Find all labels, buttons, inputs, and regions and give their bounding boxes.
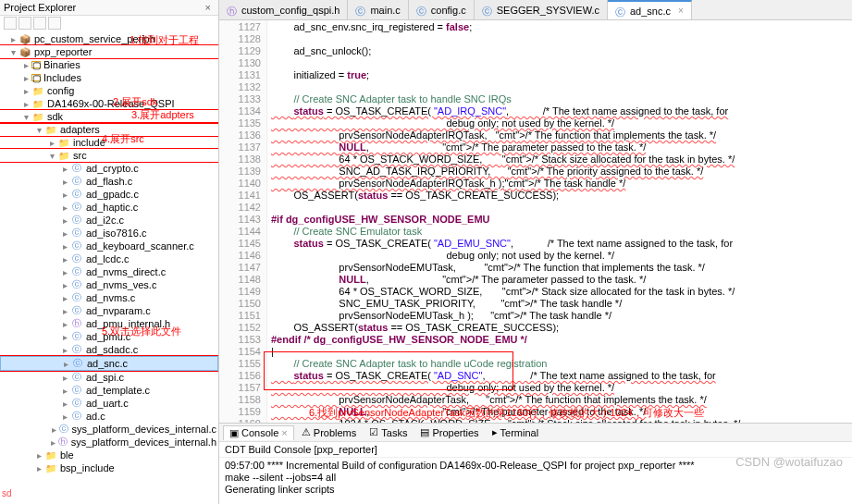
code-line-1150[interactable]: SNC_EMU_TASK_PRIORITY, "cmt">/* The task… [271,298,848,310]
expand-icon[interactable]: ▸ [59,177,70,187]
code-line-1135[interactable]: debug only; not used by the kernel. */ [271,117,848,129]
tree-item-ad_template-c[interactable]: ▸ⓒad_template.c [0,384,218,397]
expand-icon[interactable]: ▸ [20,60,31,70]
close-icon[interactable]: × [678,6,684,16]
expand-icon[interactable]: ▸ [59,241,70,252]
expand-icon[interactable]: ▸ [59,215,70,226]
tree-item-ad-c[interactable]: ▸ⓒad.c [0,410,218,423]
tree-item-sys_platform_devices_internal-h[interactable]: ▸ⓗsys_platform_devices_internal.h [0,436,218,449]
code-line-1138[interactable]: 64 * OS_STACK_WORD_SIZE, "cmt">/* Stack … [271,154,848,166]
expand-icon[interactable]: ▸ [59,412,70,422]
collapse-icon[interactable] [4,17,17,30]
code-line-1147[interactable]: prvSensorNodeEMUTask, "cmt">/* The funct… [271,262,848,274]
tree-item-sys_platform_devices_internal-c[interactable]: ▸ⓒsys_platform_devices_internal.c [0,423,218,436]
editor-tabs[interactable]: ⓗcustom_config_qspi.hⓒmain.cⓒconfig.cⓒSE… [219,0,852,20]
tree-item-pxp_reporter[interactable]: ▾📦pxp_reporter [0,45,218,58]
code-line-1151[interactable]: prvSensorNodeEMUTask_h ); "cmt">/* The t… [271,310,848,322]
code-line-1142[interactable] [271,202,848,214]
tree-item-ad_gpadc-c[interactable]: ▸ⓒad_gpadc.c [0,188,218,201]
tree-item-ble[interactable]: ▸📁ble [0,449,218,461]
code-line-1146[interactable]: debug only; not used by the kernel. */ [271,250,848,262]
tree-item-ad_sdadc-c[interactable]: ▸ⓒad_sdadc.c [0,343,218,356]
expand-icon[interactable]: ▸ [46,138,57,148]
bottom-tab-console[interactable]: ▣Console × [223,425,294,440]
code-line-1143[interactable]: #if dg_configUSE_HW_SENSOR_NODE_EMU [271,214,848,226]
code-line-1141[interactable]: OS_ASSERT(status == OS_TASK_CREATE_SUCCE… [271,190,848,202]
expand-icon[interactable]: ▾ [20,112,31,122]
code-line-1153[interactable]: #endif /* dg_configUSE_HW_SENSOR_NODE_EM… [271,334,848,346]
tree-item-ad_i2c-c[interactable]: ▸ⓒad_i2c.c [0,214,218,227]
bottom-tabs[interactable]: ▣Console ×⚠Problems☑Tasks▤Properties▸Ter… [219,424,852,442]
code-editor[interactable]: 1127112811291130113111321133113411351136… [219,20,852,423]
expand-icon[interactable]: ▸ [20,73,31,83]
code-line-1134[interactable]: status = OS_TASK_CREATE( "AD_IRQ_SNC", /… [271,105,848,117]
expand-icon[interactable]: ▸ [59,293,70,303]
code-line-1130[interactable] [271,57,848,69]
code-line-1132[interactable] [271,81,848,93]
tree-item-ad_nvms-c[interactable]: ▸ⓒad_nvms.c [0,291,218,304]
code-line-1140[interactable]: prvSensorNodeAdapterIRQTask_h );"cmt">/*… [271,178,848,190]
tree-item-ad_snc-c[interactable]: ▸ⓒad_snc.c [0,356,218,371]
tab-ad_snc-c[interactable]: ⓒad_snc.c× [608,0,692,19]
expand-icon[interactable]: ▸ [20,99,31,109]
code-line-1128[interactable] [271,33,848,45]
filter-icon[interactable] [33,17,46,30]
code-line-1158[interactable]: prvSensorNodeAdapterTask, "cmt">/* The f… [271,394,848,406]
tree-item-ad_iso7816-c[interactable]: ▸ⓒad_iso7816.c [0,227,218,240]
expand-icon[interactable]: ▸ [59,319,70,329]
expand-icon[interactable]: ▸ [59,280,70,290]
expand-icon[interactable]: ▸ [59,228,70,239]
tree-item-ad_spi-c[interactable]: ▸ⓒad_spi.c [0,371,218,384]
tree-item-ad_crypto-c[interactable]: ▸ⓒad_crypto.c [0,162,218,175]
menu-icon[interactable] [48,17,61,30]
expand-icon[interactable]: ▸ [59,386,70,396]
bottom-tab-terminal[interactable]: ▸Terminal [487,425,545,439]
expand-icon[interactable]: ▸ [59,399,70,409]
tab-main-c[interactable]: ⓒmain.c [348,0,408,19]
tree-item-ad_keyboard_scanner-c[interactable]: ▸ⓒad_keyboard_scanner.c [0,240,218,252]
tab-SEGGER_SYSVIEW-c[interactable]: ⓒSEGGER_SYSVIEW.c [475,0,608,19]
code-line-1149[interactable]: 64 * OS_STACK_WORD_SIZE, "cmt">/* Stack … [271,286,848,298]
tab-custom_config_qspi-h[interactable]: ⓗcustom_config_qspi.h [219,0,348,19]
expand-icon[interactable]: ▸ [49,424,58,435]
tree-item-ad_uart-c[interactable]: ▸ⓒad_uart.c [0,397,218,410]
code-line-1139[interactable]: SNC_AD_TASK_IRQ_PRIORITY, "cmt">/* The p… [271,166,848,178]
expand-icon[interactable]: ▸ [33,463,44,473]
tab-config-c[interactable]: ⓒconfig.c [409,0,475,19]
tree-item-src[interactable]: ▾📁src [0,149,218,162]
code-line-1131[interactable]: initialized = true; [271,69,848,81]
tree-item-bsp_include[interactable]: ▸📁bsp_include [0,461,218,474]
tree-item-ad_flash-c[interactable]: ▸ⓒad_flash.c [0,175,218,188]
expand-icon[interactable]: ▾ [33,125,44,135]
code-line-1156[interactable]: status = OS_TASK_CREATE( "AD_SNC", /* Th… [271,370,848,382]
expand-icon[interactable]: ▸ [60,359,71,369]
tree-item-Includes[interactable]: ▸▢Includes [0,71,218,84]
tree-item-ad_lcdc-c[interactable]: ▸ⓒad_lcdc.c [0,252,218,265]
code-line-1129[interactable]: ad_snc_unlock(); [271,45,848,57]
bottom-tab-problems[interactable]: ⚠Problems [296,425,362,439]
expand-icon[interactable]: ▸ [59,373,70,383]
expand-icon[interactable]: ▸ [59,306,70,316]
code-area[interactable]: ad_snc_env.snc_irq_registered = false; a… [267,20,852,423]
tree-item-ad_nvms_ves-c[interactable]: ▸ⓒad_nvms_ves.c [0,278,218,291]
code-line-1154[interactable]: | [271,346,848,358]
bottom-tab-tasks[interactable]: ☑Tasks [364,425,413,439]
tree-item-ad_nvparam-c[interactable]: ▸ⓒad_nvparam.c [0,304,218,317]
expand-icon[interactable]: ▸ [20,86,31,96]
tree-item-ad_nvms_direct-c[interactable]: ▸ⓒad_nvms_direct.c [0,265,218,278]
code-line-1136[interactable]: prvSensorNodeAdapterIRQTask, "cmt">/* Th… [271,129,848,141]
expand-icon[interactable]: ▸ [59,190,70,200]
code-line-1145[interactable]: status = OS_TASK_CREATE( "AD_EMU_SNC", /… [271,238,848,250]
expand-icon[interactable]: ▸ [59,164,70,174]
expand-icon[interactable]: ▾ [7,47,19,57]
code-line-1137[interactable]: NULL, "cmt">/* The parameter passed to t… [271,141,848,154]
code-line-1127[interactable]: ad_snc_env.snc_irq_registered = false; [271,21,848,33]
code-line-1148[interactable]: NULL, "cmt">/* The parameter passed to t… [271,274,848,286]
code-line-1155[interactable]: // Create SNC Adapter task to handle uCo… [271,358,848,370]
expand-icon[interactable]: ▸ [59,254,70,264]
project-tree[interactable]: ▸📦pc_custom_service_periph▾📦pxp_reporter… [0,31,218,504]
close-icon[interactable]: × [202,2,215,13]
expand-icon[interactable]: ▸ [59,345,70,355]
expand-icon[interactable]: ▸ [33,450,44,461]
code-line-1133[interactable]: // Create SNC Adapter task to handle SNC… [271,93,848,105]
